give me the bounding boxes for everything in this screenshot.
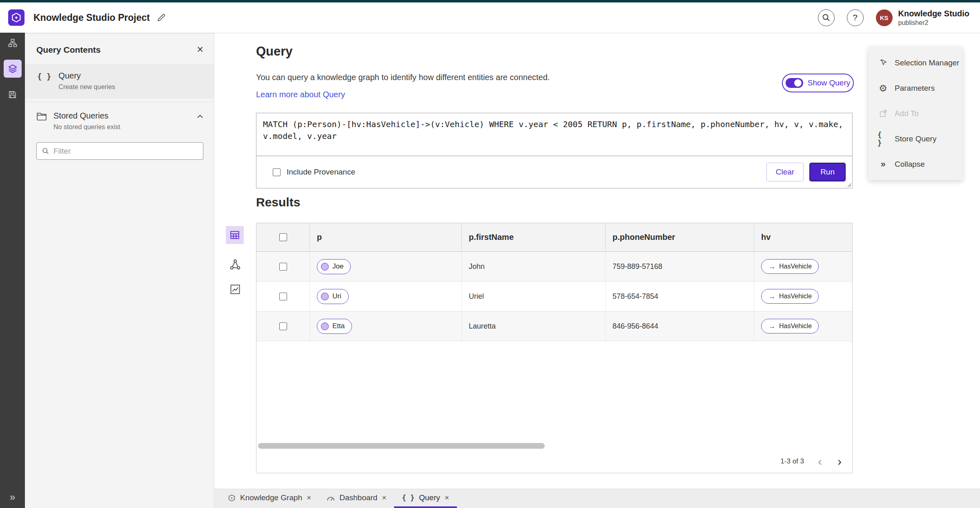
row-select-cell bbox=[256, 282, 310, 311]
resize-handle-icon[interactable] bbox=[846, 182, 851, 187]
results-title: Results bbox=[256, 195, 300, 209]
edit-title-icon[interactable] bbox=[156, 13, 166, 22]
cursor-select-icon bbox=[878, 58, 889, 67]
app-header: Knowledge Studio Project ? KS Knowledge … bbox=[0, 2, 980, 33]
menu-item-label: Collapse bbox=[895, 160, 925, 169]
app-logo[interactable] bbox=[8, 9, 24, 26]
row-checkbox[interactable] bbox=[279, 263, 287, 271]
close-icon[interactable]: × bbox=[382, 493, 386, 502]
braces-icon: { } bbox=[878, 131, 889, 147]
column-header-firstname: p.firstName bbox=[462, 223, 606, 251]
left-icon-rail: » bbox=[0, 33, 25, 508]
close-icon[interactable]: × bbox=[445, 493, 449, 502]
close-icon[interactable]: × bbox=[307, 493, 311, 502]
entity-cell: Uri bbox=[310, 282, 462, 311]
relation-cell: → HasVehicle bbox=[754, 282, 852, 311]
table-view-button[interactable] bbox=[226, 226, 244, 244]
row-checkbox[interactable] bbox=[279, 322, 287, 330]
query-item-text: Query Create new queries bbox=[58, 71, 115, 91]
table-row: Etta Lauretta 846-956-8644 → HasVehicle bbox=[256, 311, 852, 341]
close-icon[interactable]: × bbox=[197, 44, 203, 55]
stored-queries-subtitle: No stored queries exist bbox=[53, 123, 120, 131]
stored-queries-title: Stored Queries bbox=[53, 111, 120, 121]
node-dot-icon bbox=[321, 263, 329, 271]
next-page-button[interactable]: › bbox=[836, 455, 843, 468]
tab-query[interactable]: { } Query × bbox=[394, 489, 457, 508]
entity-node-pill[interactable]: Joe bbox=[317, 259, 351, 274]
menu-item-collapse[interactable]: » Collapse bbox=[869, 152, 962, 177]
search-button[interactable] bbox=[818, 9, 835, 26]
select-all-checkbox[interactable] bbox=[279, 233, 287, 241]
chevron-up-icon[interactable] bbox=[197, 114, 203, 119]
entity-label: Etta bbox=[332, 322, 345, 330]
relation-label: HasVehicle bbox=[779, 322, 812, 330]
rail-expand-chevrons[interactable]: » bbox=[0, 491, 25, 503]
node-dot-icon bbox=[321, 322, 329, 330]
panel-header: Query Contents × bbox=[25, 33, 214, 64]
user-block: Knowledge Studio publisher2 bbox=[898, 9, 969, 27]
learn-more-link[interactable]: Learn more about Query bbox=[256, 90, 345, 99]
relation-label: HasVehicle bbox=[779, 293, 812, 300]
entity-node-pill[interactable]: Uri bbox=[317, 289, 349, 304]
menu-item-selection-manager[interactable]: Selection Manager bbox=[869, 50, 962, 76]
phone-cell: 846-956-8644 bbox=[606, 311, 754, 341]
horizontal-scrollbar[interactable] bbox=[258, 443, 545, 449]
project-title: Knowledge Studio Project bbox=[33, 12, 150, 23]
user-name: Knowledge Studio bbox=[898, 9, 969, 19]
include-provenance-checkbox[interactable] bbox=[273, 168, 281, 176]
tab-label: Query bbox=[419, 493, 440, 502]
query-contents-panel: Query Contents × { } Query Create new qu… bbox=[25, 33, 214, 508]
entity-label: Joe bbox=[332, 262, 343, 271]
braces-icon: { } bbox=[37, 72, 51, 81]
select-all-cell bbox=[256, 223, 310, 251]
relation-pill[interactable]: → HasVehicle bbox=[761, 319, 819, 333]
column-header-p: p bbox=[310, 223, 462, 251]
table-header-row: p p.firstName p.phoneNumber hv bbox=[256, 223, 852, 252]
rail-save-icon[interactable] bbox=[4, 85, 22, 103]
avatar[interactable]: KS bbox=[876, 9, 893, 26]
chart-icon bbox=[229, 284, 241, 295]
menu-item-add-to: Add To bbox=[869, 101, 962, 126]
menu-item-label: Selection Manager bbox=[895, 58, 959, 67]
tab-knowledge-graph[interactable]: Knowledge Graph × bbox=[220, 489, 319, 508]
show-query-toggle[interactable]: Show Query bbox=[782, 74, 854, 92]
menu-item-parameters[interactable]: ⚙ Parameters bbox=[869, 76, 962, 101]
run-button[interactable]: Run bbox=[809, 163, 846, 181]
show-query-label: Show Query bbox=[808, 78, 851, 87]
sidebar-item-query[interactable]: { } Query Create new queries bbox=[25, 64, 214, 98]
rail-hierarchy-icon[interactable] bbox=[4, 34, 22, 52]
stored-queries-header[interactable]: Stored Queries No stored queries exist bbox=[25, 102, 214, 137]
collapse-icon: » bbox=[878, 160, 889, 169]
prev-page-button[interactable]: ‹ bbox=[816, 455, 824, 468]
tab-dashboard[interactable]: Dashboard × bbox=[319, 489, 394, 508]
row-select-cell bbox=[256, 252, 310, 281]
relation-pill[interactable]: → HasVehicle bbox=[761, 259, 819, 274]
node-dot-icon bbox=[321, 293, 329, 300]
table-row: Uri Uriel 578-654-7854 → HasVehicle bbox=[256, 282, 852, 311]
query-textarea[interactable]: MATCH (p:Person)-[hv:HasVehicle]->(v:Veh… bbox=[256, 113, 852, 156]
query-actions-menu: Selection Manager ⚙ Parameters Add To { … bbox=[869, 47, 962, 180]
entity-cell: Etta bbox=[310, 311, 462, 341]
gauge-icon bbox=[327, 495, 335, 501]
graph-view-button[interactable] bbox=[229, 258, 242, 271]
chart-view-button[interactable] bbox=[229, 283, 242, 296]
clear-button[interactable]: Clear bbox=[766, 163, 804, 181]
tab-label: Knowledge Graph bbox=[240, 493, 302, 502]
user-role: publisher2 bbox=[898, 19, 969, 27]
pagination-info: 1-3 of 3 bbox=[780, 457, 804, 465]
entity-node-pill[interactable]: Etta bbox=[317, 319, 352, 334]
firstname-cell: John bbox=[462, 252, 606, 281]
menu-item-store-query[interactable]: { } Store Query bbox=[869, 126, 962, 152]
phone-cell: 759-889-57168 bbox=[606, 252, 754, 281]
help-button[interactable]: ? bbox=[847, 9, 864, 26]
search-icon bbox=[822, 13, 831, 22]
tab-label: Dashboard bbox=[339, 493, 377, 502]
rail-layers-icon[interactable] bbox=[4, 60, 22, 78]
hexagon-logo-icon bbox=[11, 12, 22, 23]
arrow-icon: → bbox=[768, 322, 775, 331]
relation-pill[interactable]: → HasVehicle bbox=[761, 289, 819, 304]
column-header-hv: hv bbox=[754, 223, 852, 251]
row-checkbox[interactable] bbox=[279, 293, 287, 300]
filter-input[interactable] bbox=[53, 147, 198, 156]
add-to-icon bbox=[878, 109, 889, 118]
